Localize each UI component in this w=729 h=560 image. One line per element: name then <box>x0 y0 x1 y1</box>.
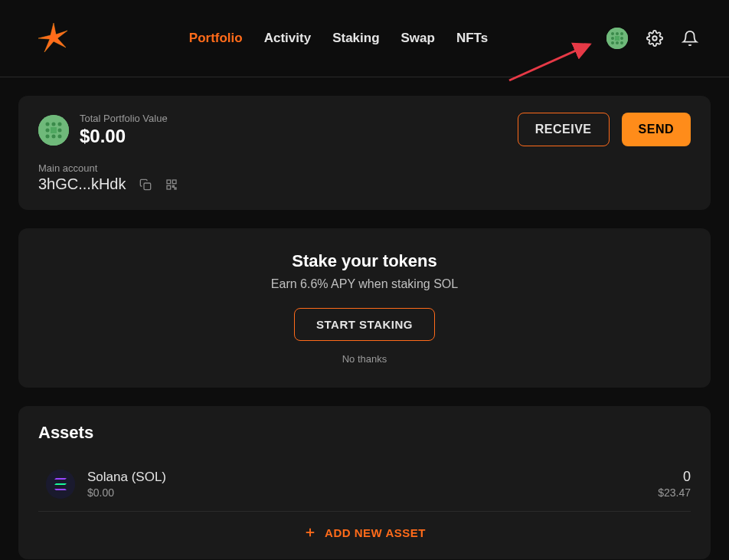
asset-balance: 0 <box>658 469 691 485</box>
svg-point-12 <box>46 122 50 126</box>
account-address-row: 3hGC...kHdk <box>38 175 691 193</box>
qr-icon <box>165 178 178 191</box>
svg-point-10 <box>652 36 657 41</box>
svg-point-18 <box>46 134 50 138</box>
staking-promo-card: Stake your tokens Earn 6.6% APY when sta… <box>18 228 711 388</box>
nav-staking[interactable]: Staking <box>332 31 379 46</box>
svg-rect-24 <box>167 185 171 189</box>
svg-point-6 <box>620 37 623 40</box>
add-asset-label: ADD NEW ASSET <box>325 526 426 539</box>
svg-rect-26 <box>175 188 176 189</box>
copy-icon <box>139 178 152 191</box>
add-asset-button[interactable]: ADD NEW ASSET <box>38 512 691 542</box>
portfolio-avatar <box>38 115 69 146</box>
svg-point-20 <box>58 134 62 138</box>
account-name-label: Main account <box>38 162 691 174</box>
bell-icon <box>682 30 698 47</box>
svg-point-4 <box>611 37 614 40</box>
notifications-button[interactable] <box>682 30 698 47</box>
svg-point-2 <box>616 32 619 35</box>
plus-icon <box>303 526 317 539</box>
asset-info: Solana (SOL) $0.00 <box>87 470 658 499</box>
svg-rect-22 <box>167 180 171 184</box>
svg-point-9 <box>620 41 623 44</box>
nav-activity[interactable]: Activity <box>264 31 311 46</box>
svg-point-15 <box>46 128 50 132</box>
svg-rect-23 <box>173 180 177 184</box>
portfolio-card: Total Portfolio Value $0.00 RECEIVE SEND… <box>18 96 711 210</box>
promo-subtitle: Earn 6.6% APY when staking SOL <box>38 277 691 291</box>
qr-code-button[interactable] <box>165 178 178 191</box>
svg-point-8 <box>616 41 619 44</box>
asset-fiat-value: $0.00 <box>87 486 658 499</box>
assets-card: Assets Solana (SOL) $0.00 0 $23.47 <box>18 406 711 559</box>
svg-point-13 <box>52 122 56 126</box>
portfolio-summary-row: Total Portfolio Value $0.00 RECEIVE SEND <box>38 113 691 147</box>
nav-swap[interactable]: Swap <box>401 31 435 46</box>
svg-point-19 <box>52 134 56 138</box>
portfolio-value-amount: $0.00 <box>80 126 168 147</box>
svg-rect-21 <box>144 183 151 190</box>
portfolio-value-group: Total Portfolio Value $0.00 <box>38 113 168 147</box>
portfolio-value-label: Total Portfolio Value <box>80 113 168 124</box>
send-button[interactable]: SEND <box>622 113 691 146</box>
star-logo-icon <box>37 21 70 55</box>
svg-point-14 <box>58 122 62 126</box>
nav-nfts[interactable]: NFTs <box>456 31 488 46</box>
svg-rect-16 <box>51 127 57 133</box>
main-nav: Portfolio Activity Staking Swap NFTs <box>189 31 488 46</box>
asset-price: $23.47 <box>658 486 691 499</box>
portfolio-identicon-icon <box>38 115 69 146</box>
settings-button[interactable] <box>646 30 663 47</box>
account-avatar-button[interactable] <box>606 28 628 49</box>
nav-portfolio[interactable]: Portfolio <box>189 31 243 46</box>
app-logo <box>37 21 70 55</box>
account-address: 3hGC...kHdk <box>38 175 126 193</box>
portfolio-actions: RECEIVE SEND <box>518 113 691 146</box>
asset-row[interactable]: Solana (SOL) $0.00 0 $23.47 <box>38 461 691 512</box>
dismiss-promo-link[interactable]: No thanks <box>38 353 691 365</box>
app-header: Portfolio Activity Staking Swap NFTs <box>0 0 729 77</box>
svg-rect-5 <box>615 36 619 41</box>
assets-heading: Assets <box>38 423 691 443</box>
account-section: Main account 3hGC...kHdk <box>38 162 691 193</box>
asset-amounts: 0 $23.47 <box>658 469 691 499</box>
main-content: Total Portfolio Value $0.00 RECEIVE SEND… <box>0 77 729 560</box>
header-actions <box>606 28 698 49</box>
svg-rect-25 <box>173 185 175 187</box>
svg-point-7 <box>611 41 614 44</box>
svg-point-3 <box>620 32 623 35</box>
solana-icon <box>46 470 75 499</box>
svg-point-17 <box>58 128 62 132</box>
account-identicon-icon <box>606 28 628 49</box>
receive-button[interactable]: RECEIVE <box>518 113 610 146</box>
start-staking-button[interactable]: START STAKING <box>294 308 435 341</box>
gear-icon <box>646 30 663 47</box>
promo-title: Stake your tokens <box>38 251 691 271</box>
copy-address-button[interactable] <box>139 178 152 191</box>
svg-point-1 <box>611 32 614 35</box>
asset-token-icon <box>46 470 75 499</box>
asset-name: Solana (SOL) <box>87 470 658 485</box>
